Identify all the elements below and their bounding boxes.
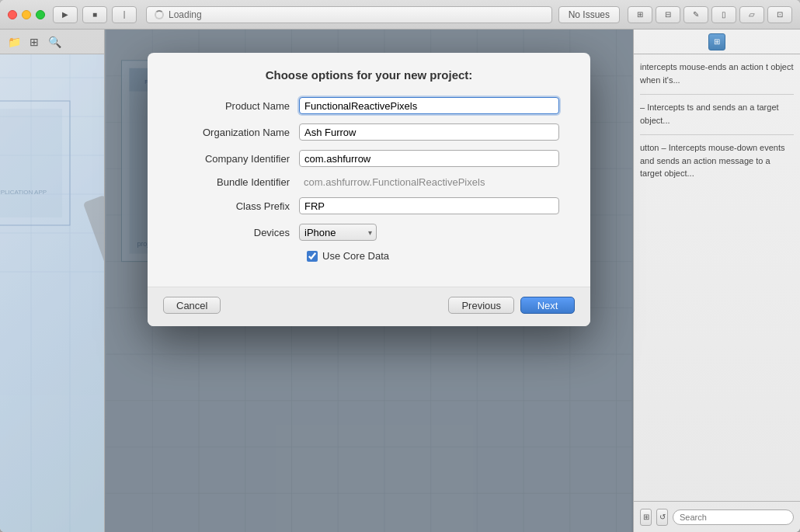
titlebar: ▶ ■ | Loading No Issues ⊞ ⊟ ✎ ▯ ▱ ⊡ xyxy=(0,0,800,30)
sidebar-content: APPLICATION APP xyxy=(0,54,104,532)
hierarchy-icon[interactable]: ⊞ xyxy=(26,34,42,50)
new-project-dialog: Choose options for your new project: Pro… xyxy=(148,53,590,326)
loading-bar: Loading xyxy=(146,6,552,23)
dialog-header: Choose options for your new project: xyxy=(148,53,590,89)
search-icon[interactable]: 🔍 xyxy=(47,34,62,50)
sidebar-toolbar: 📁 ⊞ 🔍 xyxy=(0,30,104,54)
devices-select-wrapper: iPhone iPad Universal xyxy=(299,224,377,241)
right-panel: ⊞ intercepts mouse-ends an action t obje… xyxy=(633,30,800,532)
panel-search-input[interactable] xyxy=(673,509,794,525)
view-btn-3[interactable]: ✎ xyxy=(683,6,708,23)
core-data-label[interactable]: Use Core Data xyxy=(307,250,389,262)
bundle-id-label: Bundle Identifier xyxy=(179,176,299,188)
core-data-checkbox[interactable] xyxy=(307,251,318,262)
left-sidebar: 📁 ⊞ 🔍 xyxy=(0,30,105,532)
separator: | xyxy=(112,6,137,23)
stop-button[interactable]: ■ xyxy=(82,6,107,23)
panel-divider-2 xyxy=(640,134,794,135)
view-btn-4[interactable]: ▯ xyxy=(711,6,736,23)
class-prefix-label: Class Prefix xyxy=(179,200,299,212)
panel-history-btn[interactable]: ↺ xyxy=(656,509,668,526)
next-button[interactable]: Next xyxy=(520,297,575,314)
company-id-row: Company Identifier xyxy=(179,150,559,167)
org-name-label: Organization Name xyxy=(179,127,299,138)
devices-row: Devices iPhone iPad Universal xyxy=(179,224,559,241)
panel-grid-btn[interactable]: ⊞ xyxy=(640,509,652,526)
panel-grid-icon[interactable]: ⊞ xyxy=(708,33,725,50)
folder-icon[interactable]: 📁 xyxy=(6,34,22,50)
panel-divider-1 xyxy=(640,94,794,95)
product-name-input[interactable] xyxy=(299,97,559,114)
dialog-content: Product Name Organization Name Company I… xyxy=(148,89,590,287)
no-issues-badge: No Issues xyxy=(558,6,620,23)
traffic-lights xyxy=(8,10,45,19)
minimize-button[interactable] xyxy=(22,10,31,19)
xcode-window: ▶ ■ | Loading No Issues ⊞ ⊟ ✎ ▯ ▱ ⊡ 📁 ⊞ … xyxy=(0,0,800,532)
navigation-buttons: Previous Next xyxy=(448,297,575,314)
panel-text-1: intercepts mouse-ends an action t object… xyxy=(640,61,794,86)
product-name-label: Product Name xyxy=(179,100,299,112)
bundle-id-row: Bundle Identifier com.ashfurrow.Function… xyxy=(179,176,559,188)
view-btn-6[interactable]: ⊡ xyxy=(767,6,792,23)
panel-toolbar: ⊞ xyxy=(634,30,800,54)
org-name-input[interactable] xyxy=(299,123,559,141)
org-name-row: Organization Name xyxy=(179,123,559,141)
cancel-button[interactable]: Cancel xyxy=(163,297,221,314)
core-data-text: Use Core Data xyxy=(322,250,389,262)
core-data-row: Use Core Data xyxy=(179,250,559,262)
view-btn-2[interactable]: ⊟ xyxy=(656,6,680,23)
content-area: 📁 ⊞ 🔍 xyxy=(0,30,800,532)
product-name-row: Product Name xyxy=(179,97,559,114)
devices-label: Devices xyxy=(179,227,299,238)
company-id-label: Company Identifier xyxy=(179,153,299,165)
dialog-overlay: Choose options for your new project: Pro… xyxy=(105,30,633,532)
dialog-title: Choose options for your new project: xyxy=(266,68,473,82)
play-button[interactable]: ▶ xyxy=(53,6,78,23)
svg-text:APPLICATION APP: APPLICATION APP xyxy=(0,189,47,196)
devices-select[interactable]: iPhone iPad Universal xyxy=(299,224,377,241)
playback-controls: ▶ ■ | xyxy=(53,6,137,23)
loading-text: Loading xyxy=(169,9,202,20)
dialog-footer: Cancel Previous Next xyxy=(148,287,590,326)
blueprint-decoration: APPLICATION APP xyxy=(0,54,104,532)
panel-text-3: utton – Intercepts mouse-down events and… xyxy=(640,141,794,180)
company-id-input[interactable] xyxy=(299,150,559,167)
loading-spinner xyxy=(155,10,164,19)
class-prefix-input[interactable] xyxy=(299,197,559,214)
workspace: project: APPLICATION APP Furrow xyxy=(105,30,633,532)
maximize-button[interactable] xyxy=(36,10,45,19)
svg-rect-13 xyxy=(0,109,62,217)
panel-text-2: – Intercepts ts and sends an a target ob… xyxy=(640,101,794,127)
previous-button[interactable]: Previous xyxy=(448,297,514,314)
view-controls: ⊞ ⊟ ✎ ▯ ▱ ⊡ xyxy=(628,6,792,23)
view-btn-5[interactable]: ▱ xyxy=(739,6,764,23)
close-button[interactable] xyxy=(8,10,17,19)
bundle-id-value: com.ashfurrow.FunctionalReactivePixels xyxy=(299,176,559,188)
workspace-content: project: APPLICATION APP Furrow xyxy=(105,30,633,532)
class-prefix-row: Class Prefix xyxy=(179,197,559,214)
panel-content: intercepts mouse-ends an action t object… xyxy=(634,54,800,501)
panel-footer: ⊞ ↺ xyxy=(634,501,800,532)
view-btn-1[interactable]: ⊞ xyxy=(628,6,652,23)
